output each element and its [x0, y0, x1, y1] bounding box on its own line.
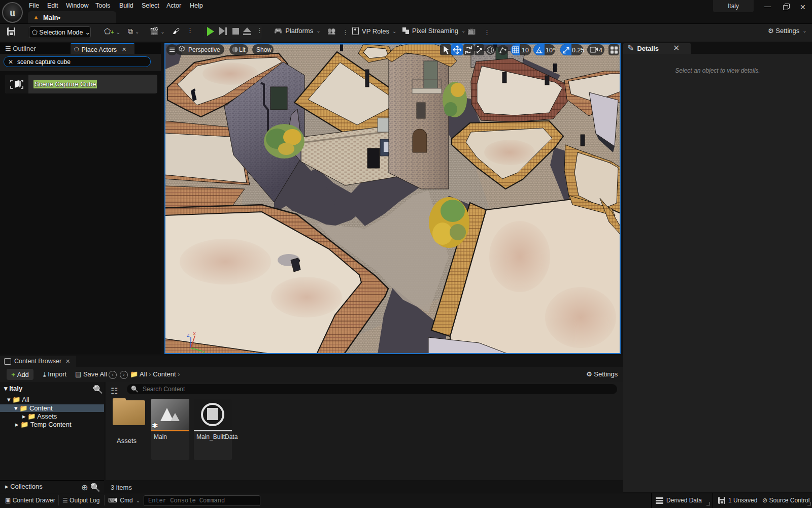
svg-text:10: 10 [522, 47, 529, 54]
svg-text:4: 4 [599, 47, 602, 54]
svg-text:Lit: Lit [239, 46, 246, 53]
svg-text:Z: Z [187, 333, 190, 338]
svg-text:X: X [193, 331, 196, 336]
svg-text:10°: 10° [546, 47, 555, 54]
svg-text:Show: Show [256, 46, 272, 53]
svg-text:Perspective: Perspective [188, 46, 220, 53]
svg-text:0.25: 0.25 [572, 47, 584, 54]
